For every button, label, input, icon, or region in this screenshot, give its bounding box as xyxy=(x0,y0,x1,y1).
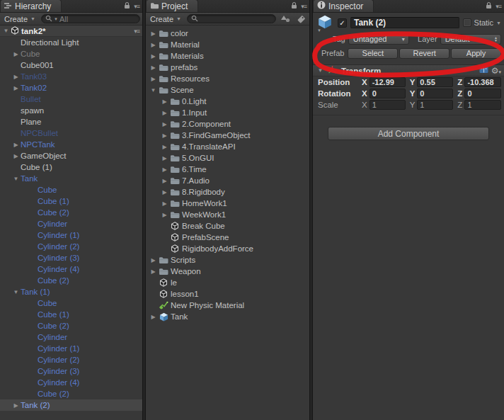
hierarchy-item-tank-2[interactable]: ▶Tank (2) xyxy=(0,399,142,411)
project-item-prefabscene[interactable]: PrefabScene xyxy=(146,232,309,243)
pane-menu-icon[interactable]: ▾≡ xyxy=(134,3,139,10)
collapsed-triangle-icon[interactable]: ▶ xyxy=(160,144,169,150)
expanded-triangle-icon[interactable]: ▼ xyxy=(149,87,158,93)
hierarchy-item-tank02[interactable]: ▶Tank02 xyxy=(0,82,142,93)
collapsed-triangle-icon[interactable]: ▶ xyxy=(160,200,169,207)
hierarchy-item-gameobject[interactable]: ▶GameObject xyxy=(0,150,142,161)
hierarchy-item-cylinder-3[interactable]: Cylinder (3) xyxy=(0,365,142,377)
collapsed-triangle-icon[interactable]: ▶ xyxy=(160,178,169,184)
chevron-down-icon[interactable]: ▼ xyxy=(317,28,321,33)
static-checkbox[interactable] xyxy=(463,18,471,27)
project-item-1-input[interactable]: ▶1.Input xyxy=(146,107,309,118)
collapsed-triangle-icon[interactable]: ▶ xyxy=(11,153,21,159)
project-item-weekwork1[interactable]: ▶WeekWork1 xyxy=(146,209,309,220)
project-item-color[interactable]: ▶color xyxy=(146,28,309,39)
hierarchy-search-input[interactable]: ▼ All xyxy=(41,14,140,23)
lock-icon[interactable] xyxy=(124,1,130,11)
collapsed-triangle-icon[interactable]: ▶ xyxy=(160,212,169,218)
project-item-0-light[interactable]: ▶0.Light xyxy=(146,96,309,107)
rotation-x-field[interactable]: 0 xyxy=(370,89,406,98)
apply-button[interactable]: Apply xyxy=(451,48,501,59)
project-item-prefabs[interactable]: ▶prefabs xyxy=(146,62,309,73)
rotation-z-field[interactable]: 0 xyxy=(464,89,501,98)
expanded-triangle-icon[interactable]: ▼ xyxy=(1,28,11,34)
lock-icon[interactable] xyxy=(486,1,492,11)
hierarchy-item-cylinder-2[interactable]: Cylinder (2) xyxy=(0,354,142,365)
collapsed-triangle-icon[interactable]: ▶ xyxy=(160,166,169,173)
hierarchy-item-cube-2[interactable]: Cube (2) xyxy=(0,388,142,399)
hierarchy-item-cube[interactable]: ▶Cube xyxy=(0,48,142,59)
rotation-y-field[interactable]: 0 xyxy=(417,89,453,98)
project-item-homework1[interactable]: ▶HomeWork1 xyxy=(146,198,309,209)
collapsed-triangle-icon[interactable]: ▶ xyxy=(160,121,169,127)
hierarchy-item-cube-1[interactable]: Cube (1) xyxy=(0,161,142,173)
project-item-4-translateapi[interactable]: ▶4.TranslateAPI xyxy=(146,141,309,152)
hierarchy-item-cylinder[interactable]: Cylinder xyxy=(0,218,142,229)
project-item-break-cube[interactable]: Break Cube xyxy=(146,220,309,232)
tab-project[interactable]: Project xyxy=(146,0,198,12)
collapsed-triangle-icon[interactable]: ▶ xyxy=(160,110,169,116)
expanded-triangle-icon[interactable]: ▼ xyxy=(316,67,325,74)
project-item-tank[interactable]: ▶Tank xyxy=(146,311,309,322)
project-item-resources[interactable]: ▶Resources xyxy=(146,73,309,84)
hierarchy-item-cube-2[interactable]: Cube (2) xyxy=(0,207,142,218)
project-item-lesson1[interactable]: lesson1 xyxy=(146,288,309,300)
collapsed-triangle-icon[interactable]: ▶ xyxy=(160,132,169,139)
position-z-field[interactable]: -10.368 xyxy=(464,77,501,87)
hierarchy-item-cube-2[interactable]: Cube (2) xyxy=(0,320,142,331)
expanded-triangle-icon[interactable]: ▼ xyxy=(11,289,21,295)
active-checkbox[interactable]: ✓ xyxy=(338,18,347,28)
hierarchy-item-tank-1[interactable]: ▼Tank (1) xyxy=(0,286,142,297)
search-by-type-icon[interactable] xyxy=(280,14,292,24)
hierarchy-item-cylinder-3[interactable]: Cylinder (3) xyxy=(0,252,142,263)
project-item-3-findgameobject[interactable]: ▶3.FindGameObject xyxy=(146,130,309,141)
hierarchy-item-cylinder-4[interactable]: Cylinder (4) xyxy=(0,263,142,275)
collapsed-triangle-icon[interactable]: ▶ xyxy=(149,64,158,71)
pane-menu-icon[interactable]: ▾≡ xyxy=(496,3,501,10)
collapsed-triangle-icon[interactable]: ▶ xyxy=(160,189,169,195)
transform-component-header[interactable]: ▼ Transform ⚙▾ xyxy=(313,64,504,76)
tab-inspector[interactable]: Inspector xyxy=(313,0,374,12)
collapsed-triangle-icon[interactable]: ▶ xyxy=(11,85,21,91)
collapsed-triangle-icon[interactable]: ▶ xyxy=(149,53,158,59)
hierarchy-item-tank03[interactable]: ▶Tank03 xyxy=(0,71,142,82)
add-component-button[interactable]: Add Component xyxy=(328,127,489,140)
expanded-triangle-icon[interactable]: ▼ xyxy=(11,176,21,182)
collapsed-triangle-icon[interactable]: ▶ xyxy=(11,142,21,148)
project-item-scene[interactable]: ▼Scene xyxy=(146,84,309,96)
project-search-input[interactable] xyxy=(187,14,276,23)
project-item-new-physic-material[interactable]: New Physic Material xyxy=(146,300,309,311)
collapsed-triangle-icon[interactable]: ▶ xyxy=(149,30,158,37)
scale-z-field[interactable]: 1 xyxy=(464,100,501,110)
project-item-6-time[interactable]: ▶6.Time xyxy=(146,164,309,175)
collapsed-triangle-icon[interactable]: ▶ xyxy=(149,257,158,263)
hierarchy-item-cylinder-1[interactable]: Cylinder (1) xyxy=(0,343,142,354)
scale-x-field[interactable]: 1 xyxy=(370,100,406,110)
collapsed-triangle-icon[interactable]: ▶ xyxy=(11,74,21,80)
hierarchy-item-cube-1[interactable]: Cube (1) xyxy=(0,309,142,320)
collapsed-triangle-icon[interactable]: ▶ xyxy=(149,42,158,48)
select-button[interactable]: Select xyxy=(348,48,398,59)
hierarchy-item-cube-2[interactable]: Cube (2) xyxy=(0,275,142,286)
layer-dropdown[interactable]: Default ▲▼ xyxy=(440,34,501,45)
object-name-field[interactable]: Tank (2) xyxy=(350,17,459,28)
hierarchy-item-bullet[interactable]: Bullet xyxy=(0,93,142,105)
hierarchy-item-directional-light[interactable]: Directional Light xyxy=(0,37,142,48)
hierarchy-item-cube[interactable]: Cube xyxy=(0,184,142,195)
collapsed-triangle-icon[interactable]: ▶ xyxy=(149,268,158,275)
project-item-weapon[interactable]: ▶Weapon xyxy=(146,266,309,277)
tab-hierarchy[interactable]: Hierarchy xyxy=(0,0,62,12)
hierarchy-item-cube-1[interactable]: Cube (1) xyxy=(0,195,142,207)
hierarchy-item-cube[interactable]: Cube xyxy=(0,297,142,309)
hierarchy-item-cylinder[interactable]: Cylinder xyxy=(0,331,142,343)
project-item-8-rigidbody[interactable]: ▶8.Rigidbody xyxy=(146,186,309,198)
search-by-label-icon[interactable] xyxy=(295,14,307,24)
scale-y-field[interactable]: 1 xyxy=(417,100,453,110)
prefab-cube-icon[interactable]: ▼ xyxy=(317,15,334,30)
collapsed-triangle-icon[interactable]: ▶ xyxy=(160,155,169,161)
project-item-rigidbodyaddforce[interactable]: RigidbodyAddForce xyxy=(146,243,309,254)
hierarchy-item-spawn[interactable]: spawn xyxy=(0,105,142,116)
pane-menu-icon[interactable]: ▾≡ xyxy=(301,3,307,10)
hierarchy-item-npctank[interactable]: ▶NPCTank xyxy=(0,139,142,150)
hierarchy-item-cylinder-1[interactable]: Cylinder (1) xyxy=(0,229,142,241)
